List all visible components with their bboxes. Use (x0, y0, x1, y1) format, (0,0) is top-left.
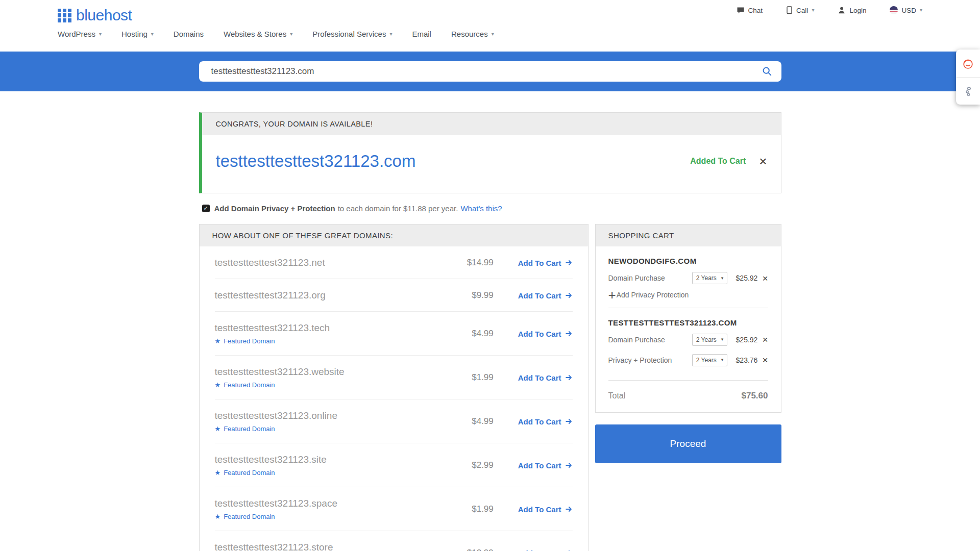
domain-price: $4.99 (437, 416, 494, 427)
congrats-banner: CONGRATS, YOUR DOMAIN IS AVAILABLE! test… (199, 112, 781, 193)
arrow-right-icon (565, 462, 573, 469)
nav-item-resources[interactable]: Resources ▾ (451, 30, 494, 38)
remove-item-icon[interactable]: × (762, 355, 768, 365)
term-dropdown[interactable]: 2 Years ▾ (692, 354, 728, 366)
live-chat-agent-button[interactable] (956, 49, 980, 77)
featured-domain-badge: ★ Featured Domain (215, 337, 437, 345)
arrow-right-icon (565, 330, 573, 337)
proceed-button[interactable]: Proceed (595, 424, 781, 463)
accessibility-widget-button[interactable] (956, 77, 980, 105)
add-to-cart-button[interactable]: Add To Cart (518, 461, 573, 470)
add-to-cart-button[interactable]: Add To Cart (518, 330, 573, 338)
chevron-down-icon: ▾ (721, 276, 724, 281)
chevron-down-icon: ▾ (492, 32, 494, 37)
suggested-domain: testtesttesttest321123.tech (215, 322, 437, 334)
arrow-right-icon (565, 292, 573, 299)
add-to-cart-button[interactable]: Add To Cart (518, 417, 573, 426)
cart-line-label: Domain Purchase (608, 274, 692, 282)
domain-search-band (0, 52, 980, 91)
nav-item-hosting[interactable]: Hosting ▾ (121, 30, 154, 38)
star-icon: ★ (215, 469, 221, 477)
added-to-cart-status: Added To Cart (690, 157, 746, 166)
suggested-domain: testtesttesttest321123.store (215, 542, 437, 551)
domain-search-input[interactable] (211, 66, 760, 77)
chevron-down-icon: ▾ (290, 32, 292, 37)
available-domain-name: testtesttesttest321123.com (216, 152, 691, 171)
add-to-cart-button[interactable]: Add To Cart (518, 259, 573, 267)
whats-this-link[interactable]: What's this? (460, 204, 502, 213)
cart-item-domain: TESTTESTTESTTEST321123.COM (608, 318, 768, 327)
featured-domain-badge: ★ Featured Domain (215, 513, 437, 520)
main-nav: WordPress ▾ Hosting ▾ Domains Websites &… (58, 30, 494, 38)
nav-item-websites-stores[interactable]: Websites & Stores ▾ (224, 30, 292, 38)
arrow-right-icon (565, 259, 573, 266)
suggestion-row: testtesttesttest321123.net $14.99 Add To… (215, 246, 573, 279)
currency-selector[interactable]: USD ▾ (890, 6, 922, 14)
arrow-right-icon (565, 506, 573, 513)
add-privacy-protection-link[interactable]: + Add Privacy Protection (608, 290, 768, 300)
chevron-down-icon: ▾ (812, 8, 814, 13)
utility-bar: Chat Call ▾ Login USD ▾ (737, 6, 922, 14)
chevron-down-icon: ▾ (920, 8, 922, 13)
suggestions-heading: HOW ABOUT ONE OF THESE GREAT DOMAINS: (200, 224, 588, 246)
us-flag-icon (890, 6, 898, 14)
add-to-cart-button[interactable]: Add To Cart (518, 549, 573, 551)
add-to-cart-button[interactable]: Add To Cart (518, 505, 573, 514)
chevron-down-icon: ▾ (721, 337, 724, 342)
total-label: Total (608, 391, 742, 400)
domain-price: $14.99 (437, 258, 494, 268)
shopping-cart-panel: SHOPPING CART NEWODONDGIFG.COM Domain Pu… (595, 224, 781, 413)
domain-price: $4.99 (437, 329, 494, 339)
plus-icon: + (608, 290, 616, 300)
suggestion-row: testtesttesttest321123.store ★ Featured … (215, 531, 573, 551)
suggested-domain: testtesttesttest321123.online (215, 410, 437, 421)
phone-icon (786, 6, 793, 14)
suggested-domain: testtesttesttest321123.site (215, 454, 437, 465)
chevron-down-icon: ▾ (721, 358, 724, 362)
congrats-heading: CONGRATS, YOUR DOMAIN IS AVAILABLE! (202, 113, 781, 135)
cart-line-price: $23.76 (733, 356, 757, 364)
cart-line-price: $25.92 (733, 336, 757, 344)
nav-item-wordpress[interactable]: WordPress ▾ (58, 30, 102, 38)
remove-item-icon[interactable]: × (762, 335, 768, 344)
chevron-down-icon: ▾ (151, 32, 154, 37)
user-icon (838, 6, 846, 14)
nav-item-email[interactable]: Email (412, 30, 431, 38)
privacy-checkbox[interactable]: ✓ (202, 205, 210, 212)
call-button[interactable]: Call ▾ (786, 6, 814, 14)
logo-text: bluehost (76, 7, 132, 24)
suggestion-row: testtesttesttest321123.online ★ Featured… (215, 399, 573, 443)
term-dropdown[interactable]: 2 Years ▾ (692, 334, 728, 346)
term-dropdown[interactable]: 2 Years ▾ (692, 272, 728, 284)
privacy-offer-row: ✓ Add Domain Privacy + Protection to eac… (199, 204, 781, 213)
nav-item-professional-services[interactable]: Professional Services ▾ (312, 30, 392, 38)
suggestion-row: testtesttesttest321123.org $9.99 Add To … (215, 279, 573, 311)
suggested-domain: testtesttesttest321123.website (215, 366, 437, 378)
bluehost-logo[interactable]: bluehost (58, 7, 132, 24)
arrow-right-icon (565, 374, 573, 381)
arrow-right-icon (565, 418, 573, 425)
bluehost-logo-icon (58, 9, 71, 22)
floating-help-widget (956, 49, 980, 105)
suggested-domain: testtesttesttest321123.net (215, 257, 437, 268)
cart-item: TESTTESTTESTTEST321123.COM Domain Purcha… (608, 308, 768, 379)
login-button[interactable]: Login (838, 6, 866, 14)
cart-item: NEWODONDGIFG.COM Domain Purchase 2 Years… (608, 246, 768, 308)
nav-item-domains[interactable]: Domains (174, 30, 204, 38)
chevron-down-icon: ▾ (389, 32, 392, 37)
add-to-cart-button[interactable]: Add To Cart (518, 291, 573, 300)
check-icon: ✓ (203, 205, 208, 212)
chevron-down-icon: ▾ (99, 32, 102, 37)
suggestion-row: testtesttesttest321123.website ★ Feature… (215, 355, 573, 399)
chat-button[interactable]: Chat (737, 7, 763, 14)
privacy-offer-bold: Add Domain Privacy + Protection (214, 204, 335, 213)
search-button[interactable] (760, 64, 774, 79)
remove-item-icon[interactable]: × (762, 273, 768, 283)
domain-price: $9.99 (437, 290, 494, 300)
total-amount: $75.60 (742, 391, 768, 401)
cart-total-row: Total $75.60 (608, 380, 768, 412)
close-icon[interactable]: × (759, 155, 767, 168)
add-to-cart-button[interactable]: Add To Cart (518, 373, 573, 382)
star-icon: ★ (215, 381, 221, 389)
cart-line-price: $25.92 (733, 274, 757, 282)
